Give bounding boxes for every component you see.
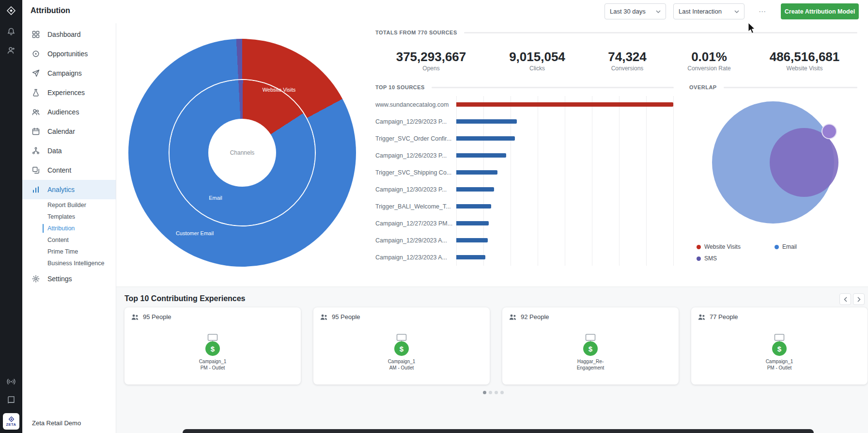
sidebar-item-calendar[interactable]: Calendar xyxy=(22,122,116,141)
source-label[interactable]: www.sundancecatalog.com xyxy=(375,101,456,108)
pagination-dot[interactable] xyxy=(483,391,486,394)
source-bar-track xyxy=(456,136,673,141)
source-row[interactable]: www.sundancecatalog.com xyxy=(375,96,674,113)
channels-donut-chart[interactable]: Channels Website Visits Email Customer E… xyxy=(128,39,356,267)
pagination-dot[interactable] xyxy=(500,391,504,394)
people-icon xyxy=(320,314,328,321)
zeta-logo-icon[interactable] xyxy=(0,6,22,16)
source-row[interactable]: Campaign_12/29/2023 P... xyxy=(375,113,674,130)
sidebar-item-label: Data xyxy=(47,147,62,155)
experience-node[interactable]: $ Campaign_1AM - Outlet xyxy=(313,334,490,371)
source-label[interactable]: Campaign_12/23/2023 A... xyxy=(375,254,456,261)
experience-node[interactable]: $ Campaign_1PM - Outlet xyxy=(124,334,301,371)
source-bar-track xyxy=(456,102,673,107)
source-bar xyxy=(456,119,517,124)
sidebar-item-campaigns[interactable]: Campaigns xyxy=(22,64,116,83)
experience-card[interactable]: 95 People $ Campaign_1AM - Outlet xyxy=(313,307,490,385)
stat-value: 375,293,667 xyxy=(396,49,466,64)
source-row[interactable]: Campaign_12/30/2023 P... xyxy=(375,181,674,198)
source-label[interactable]: Campaign_12/29/2023 P... xyxy=(375,118,456,125)
sidebar-subitem-report-builder[interactable]: Report Builder xyxy=(22,199,116,211)
source-row[interactable]: Trigger_SVC_Order Confir... xyxy=(375,130,674,147)
signal-icon[interactable] xyxy=(0,377,22,386)
more-options-button[interactable]: ⋯ xyxy=(754,5,771,18)
sidebar-subitem-attribution[interactable]: Attribution xyxy=(22,223,116,234)
sidebar-subitem-label: Prime Time xyxy=(47,248,78,255)
source-label[interactable]: Campaign_12/30/2023 P... xyxy=(375,186,456,193)
source-bar-track xyxy=(456,119,673,124)
experience-card[interactable]: 95 People $ Campaign_1PM - Outlet xyxy=(124,307,301,385)
donut-label-customer-email: Customer Email xyxy=(176,230,214,236)
card-people-count: 95 People xyxy=(320,313,360,321)
source-label[interactable]: Campaign_12/27/2023 PM... xyxy=(375,220,456,227)
source-row[interactable]: Campaign_12/27/2023 PM... xyxy=(375,215,674,232)
sidebar-item-settings[interactable]: Settings xyxy=(22,269,116,289)
sidebar-subitem-prime-time[interactable]: Prime Time xyxy=(22,246,116,257)
experiences-heading: Top 10 Contributing Experiences xyxy=(124,294,246,303)
legend-label: SMS xyxy=(704,255,717,262)
workspace-name[interactable]: Zeta Retail Demo xyxy=(32,419,81,427)
sidebar-item-experiences[interactable]: Experiences xyxy=(22,83,116,102)
source-label[interactable]: Trigger_BALI_Welcome_T... xyxy=(375,203,456,210)
source-bar-track xyxy=(456,170,673,175)
source-bar-track xyxy=(456,153,673,158)
source-bar-track xyxy=(456,221,673,225)
sidebar-item-data[interactable]: Data xyxy=(22,141,116,160)
create-attribution-model-button[interactable]: Create Attribution Model xyxy=(781,3,859,19)
experience-node[interactable]: $ Campaign_1PM - Outlet xyxy=(691,334,868,371)
sidebar-item-content[interactable]: Content xyxy=(22,160,116,180)
notifications-bell-icon[interactable] xyxy=(0,27,22,36)
carousel-next-button[interactable] xyxy=(853,293,865,305)
pagination-dot[interactable] xyxy=(495,391,498,394)
sidebar-item-opportunities[interactable]: Opportunities xyxy=(22,44,116,64)
source-label[interactable]: Campaign_12/26/2023 P... xyxy=(375,152,456,159)
sidebar-item-dashboard[interactable]: Dashboard xyxy=(22,25,116,44)
totals-heading-text: TOTALS FROM 770 SOURCES xyxy=(375,30,457,35)
source-row[interactable]: Campaign_12/26/2023 P... xyxy=(375,147,674,164)
calendar-icon xyxy=(32,128,40,135)
source-label[interactable]: Trigger_SVC_Shipping Co... xyxy=(375,169,456,176)
app-rail: ZETA xyxy=(0,0,22,433)
people-icon xyxy=(509,314,517,321)
legend-item-sms[interactable]: SMS xyxy=(697,255,775,262)
sidebar-subitem-business-intelligence[interactable]: Business Intelligence xyxy=(22,257,116,269)
attribution-model-select[interactable]: Last Interaction xyxy=(673,3,744,19)
sidebar-subitem-label: Attribution xyxy=(47,225,75,232)
source-label[interactable]: Trigger_SVC_Order Confir... xyxy=(375,135,456,142)
legend-item-email[interactable]: Email xyxy=(775,243,797,250)
legend-dot xyxy=(775,245,779,249)
source-row[interactable]: Trigger_BALI_Welcome_T... xyxy=(375,198,674,215)
invite-user-icon[interactable] xyxy=(0,46,22,55)
zeta-badge[interactable]: ZETA xyxy=(3,413,19,430)
page-header: Attribution Last 30 days Last Interactio… xyxy=(22,0,868,23)
top-sources-bar-chart: www.sundancecatalog.com Campaign_12/29/2… xyxy=(375,96,674,266)
donut-label-email: Email xyxy=(209,195,222,201)
gear-icon xyxy=(32,275,40,283)
sidebar-item-analytics[interactable]: Analytics xyxy=(22,180,116,199)
source-bar xyxy=(456,204,491,208)
source-bar xyxy=(456,153,506,158)
pagination-dot[interactable] xyxy=(489,391,492,394)
overlap-circle-sms-small[interactable] xyxy=(822,124,837,139)
experience-node[interactable]: $ Haggar_Re-Engagement xyxy=(502,334,679,371)
source-label[interactable]: Campaign_12/29/2023 A... xyxy=(375,237,456,244)
people-icon xyxy=(131,314,139,321)
sidebar-subitem-label: Content xyxy=(47,237,69,243)
sidebar-item-label: Opportunities xyxy=(47,50,88,58)
heading-rule xyxy=(464,32,857,33)
experience-card[interactable]: 77 People $ Campaign_1PM - Outlet xyxy=(691,307,868,385)
dollar-icon: $ xyxy=(583,341,598,356)
sidebar-item-audiences[interactable]: Audiences xyxy=(22,102,116,122)
sidebar-subitem-content[interactable]: Content xyxy=(22,234,116,246)
experience-card[interactable]: 92 People $ Haggar_Re-Engagement xyxy=(502,307,679,385)
donut-label-website-visits: Website Visits xyxy=(263,87,296,93)
legend-dot xyxy=(697,257,701,261)
sidebar-subitem-templates[interactable]: Templates xyxy=(22,211,116,223)
source-row[interactable]: Campaign_12/23/2023 A... xyxy=(375,249,674,266)
docs-book-icon[interactable] xyxy=(0,396,22,404)
carousel-prev-button[interactable] xyxy=(839,293,851,305)
legend-item-website-visits[interactable]: Website Visits xyxy=(697,243,775,250)
date-range-select[interactable]: Last 30 days xyxy=(604,3,666,19)
source-row[interactable]: Trigger_SVC_Shipping Co... xyxy=(375,164,674,181)
source-row[interactable]: Campaign_12/29/2023 A... xyxy=(375,232,674,249)
